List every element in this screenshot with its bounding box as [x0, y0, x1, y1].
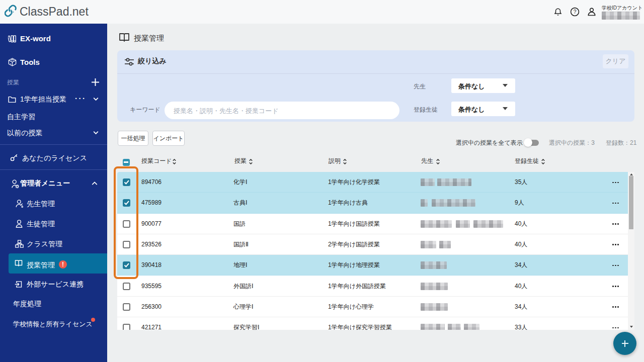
svg-text:?: ?: [574, 9, 577, 15]
